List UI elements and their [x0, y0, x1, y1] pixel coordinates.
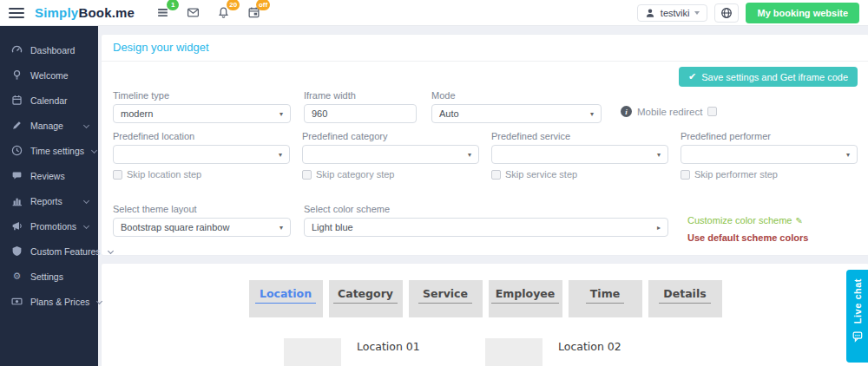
preview-tab-service[interactable]: Service	[409, 280, 483, 317]
sidebar-item-dashboard[interactable]: Dashboard	[0, 37, 98, 62]
dropdown-arrow-icon: ▾	[279, 110, 283, 118]
check-icon: ✔	[688, 71, 696, 82]
timeline-type-select[interactable]: modern▾	[113, 104, 291, 123]
location-name: Location 01	[357, 340, 420, 366]
mode-label: Mode	[431, 90, 602, 101]
user-menu[interactable]: testviki	[637, 4, 708, 22]
sidebar-item-promotions[interactable]: Promotions	[0, 213, 98, 239]
predefined-category-label: Predefined category	[302, 131, 479, 141]
use-default-scheme-link[interactable]: Use default scheme colors	[687, 232, 808, 243]
chevron-down-icon	[91, 147, 97, 154]
theme-layout-label: Select theme layout	[113, 204, 291, 214]
sidebar-item-custom-features[interactable]: Custom Features	[0, 239, 98, 264]
info-icon[interactable]: i	[621, 106, 632, 117]
color-scheme-label: Select color scheme	[304, 204, 668, 214]
bookings-badge: 1	[167, 0, 179, 10]
shield-icon	[11, 245, 23, 257]
skip-location-label: Skip location step	[127, 169, 201, 180]
user-icon	[645, 8, 655, 18]
calendar-badge: off	[256, 0, 270, 10]
preview-tabs: Location Category Service Employee Time …	[102, 280, 868, 317]
predefined-service-label: Predefined service	[491, 131, 668, 141]
preview-tab-employee[interactable]: Employee	[489, 280, 562, 317]
predefined-service-select[interactable]: ▾	[491, 145, 668, 164]
widget-settings-panel: Design your widget ✔Save settings and Ge…	[102, 35, 868, 255]
calendar-status-icon[interactable]: off	[245, 4, 262, 22]
customize-color-scheme-link[interactable]: Customize color scheme✎	[687, 215, 808, 225]
predefined-location-select[interactable]: ▾	[113, 145, 290, 164]
live-chat-label: Live chat	[852, 278, 863, 324]
gears-icon: ⚙	[11, 271, 23, 281]
predefined-performer-label: Predefined performer	[681, 131, 858, 141]
page-title: Design your widget	[102, 35, 868, 62]
chevron-down-icon	[83, 122, 89, 128]
preview-tab-time[interactable]: Time	[569, 280, 642, 317]
predefined-performer-select[interactable]: ▾	[681, 145, 858, 164]
dropdown-arrow-icon: ▾	[279, 224, 283, 232]
sidebar-item-reports[interactable]: Reports	[0, 188, 98, 213]
widget-preview-panel: Location Category Service Employee Time …	[102, 264, 868, 366]
pencil-icon	[11, 120, 23, 131]
notifications-badge: 20	[227, 0, 240, 10]
mode-select[interactable]: Auto▾	[431, 104, 602, 123]
header-icon-group: 1 20 off	[154, 4, 262, 22]
caret-down-icon	[694, 11, 700, 15]
hamburger-menu-icon[interactable]	[9, 8, 24, 18]
location-list: Location 01 Select location Location 02 …	[102, 338, 868, 366]
sidebar-item-welcome[interactable]: Welcome	[0, 62, 98, 88]
bookings-list-icon[interactable]: 1	[154, 4, 171, 22]
banknote-icon	[11, 296, 23, 307]
chevron-down-icon	[83, 198, 89, 204]
sidebar-item-manage[interactable]: Manage	[0, 113, 98, 138]
bar-chart-icon	[11, 195, 23, 206]
preview-tab-location[interactable]: Location	[249, 280, 323, 317]
dropdown-arrow-icon: ▾	[468, 151, 471, 159]
skip-service-checkbox[interactable]	[491, 170, 501, 180]
skip-category-checkbox[interactable]	[302, 170, 312, 180]
location-name: Location 02	[558, 340, 621, 366]
comments-icon	[11, 170, 23, 181]
color-scheme-select[interactable]: Light blue▸	[304, 218, 668, 237]
location-image-placeholder	[284, 338, 341, 366]
sidebar-item-reviews[interactable]: Reviews	[0, 163, 98, 188]
simplybook-logo[interactable]: SimplyBook.me	[35, 5, 135, 20]
dropdown-arrow-icon: ▾	[657, 151, 661, 159]
skip-location-checkbox[interactable]	[113, 170, 122, 180]
my-booking-website-button[interactable]: My booking website	[746, 3, 859, 23]
skip-service-label: Skip service step	[505, 169, 577, 180]
live-chat-tab[interactable]: Live chat	[846, 270, 868, 363]
notifications-bell-icon[interactable]: 20	[214, 4, 232, 22]
sidebar-item-settings[interactable]: ⚙ Settings	[0, 264, 98, 289]
sidebar-item-plans-prices[interactable]: Plans & Prices	[0, 289, 98, 314]
location-item: Location 01 Select location	[284, 338, 485, 366]
mobile-redirect-checkbox[interactable]	[707, 107, 717, 116]
skip-category-label: Skip category step	[316, 169, 395, 180]
preview-tab-details[interactable]: Details	[648, 280, 722, 317]
dropdown-arrow-icon: ▾	[846, 151, 850, 159]
save-settings-button[interactable]: ✔Save settings and Get iframe code	[679, 67, 858, 87]
dropdown-arrow-icon: ▾	[279, 151, 282, 159]
predefined-location-label: Predefined location	[113, 131, 290, 141]
iframe-width-label: Iframe width	[304, 90, 417, 101]
predefined-category-select[interactable]: ▾	[302, 145, 479, 164]
user-name: testviki	[661, 8, 690, 18]
location-image-placeholder	[485, 338, 542, 366]
sidebar-item-time-settings[interactable]: Time settings	[0, 138, 98, 163]
email-icon[interactable]	[184, 4, 201, 22]
theme-layout-select[interactable]: Bootstrap square rainbow▾	[113, 218, 291, 237]
main-content: Design your widget ✔Save settings and Ge…	[98, 26, 868, 366]
dashboard-icon	[11, 44, 23, 56]
iframe-width-input[interactable]	[304, 104, 417, 123]
mobile-redirect-label: Mobile redirect	[637, 107, 702, 117]
location-item: Location 02 Select location	[485, 338, 687, 366]
calendar-icon	[11, 95, 23, 106]
preview-tab-category[interactable]: Category	[329, 280, 403, 317]
language-globe-button[interactable]	[714, 3, 739, 23]
sidebar-nav: Dashboard Welcome Calendar Manage Time s…	[0, 26, 98, 366]
chat-icon	[851, 330, 864, 343]
dropdown-arrow-icon: ▸	[657, 224, 661, 232]
skip-performer-label: Skip performer step	[694, 169, 778, 180]
skip-performer-checkbox[interactable]	[681, 170, 690, 180]
sidebar-item-calendar[interactable]: Calendar	[0, 88, 98, 113]
megaphone-icon	[11, 220, 23, 232]
